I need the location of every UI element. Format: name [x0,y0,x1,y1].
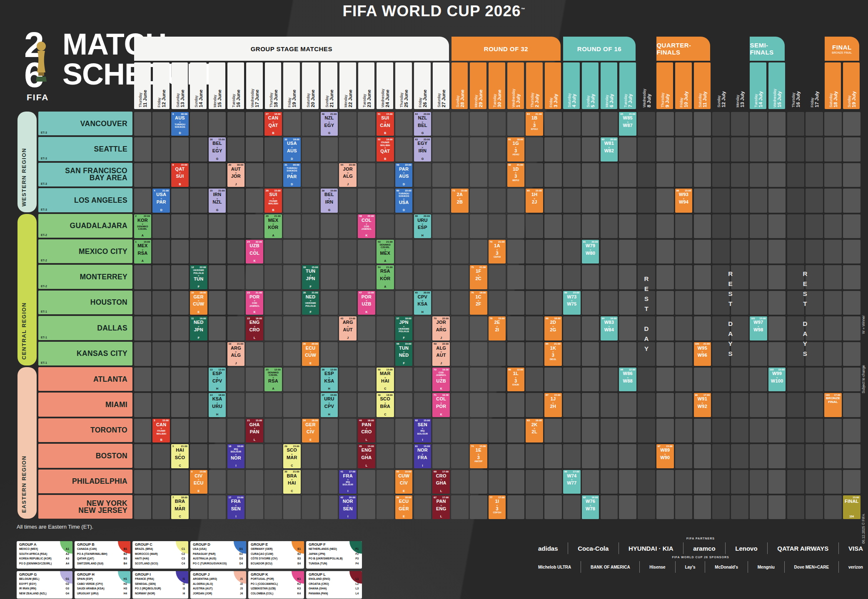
grid-cell [731,265,748,289]
match-time: 21:00 [703,343,710,345]
match-meta: 3812:00 [322,368,337,371]
grid-cell [787,470,805,494]
match-line: ALG [436,346,446,351]
match-line: JPN [194,328,203,333]
grid-cell [638,265,655,289]
date-weekday: Sunday [325,64,329,107]
grid-cell [731,444,748,468]
match-line: JOR [231,174,241,179]
match-28: 2815:00SUIvITA/NIRWAL/BIHB [264,189,282,212]
match-number: 16 [210,138,213,141]
match-time: 16:00 [200,317,206,320]
grid-cell [675,419,693,442]
match-line: v [384,402,386,404]
match-line: W99 [772,371,782,376]
match-group-letter: A [272,387,274,390]
grid-cell [526,444,543,468]
match-group-letter: G [216,209,218,211]
date-header-5-july: Sunday5 July [582,62,599,109]
match-meta: 10115:00 [751,317,766,320]
grid-cell [171,316,189,340]
legend-team-name: SPAIN (ESP) [77,577,93,580]
match-line: v [478,274,479,276]
match-meta: 8915:00 [564,291,579,294]
match-line: 3 [514,379,517,384]
grid-cell [843,240,861,263]
grid-cell [321,265,338,289]
grid-cell [601,189,618,212]
sponsor-logo-mengniu: Mengniu [758,565,775,569]
grid-cell [712,368,730,391]
legend-team-slot: L2 [356,582,359,585]
match-time: 15:00 [666,445,672,447]
grid-cell [395,291,413,315]
match-58: 5815:00TUNvNEDF [395,342,413,366]
match-time: 21:00 [293,470,299,473]
grid-cell [246,368,263,391]
grid-cell [283,495,301,519]
grid-cell [209,316,226,340]
match-85: 8515:001Hv2J [526,189,543,212]
match-time: 00:00 [293,164,299,166]
grid-cell [768,495,786,519]
city-row-new-york-new-jersey: NEW YORKNEW JERSEY [38,495,132,519]
grid-cell [171,189,189,212]
match-line: TUN [194,277,203,282]
match-line: NED [399,353,409,358]
match-number: 5 [172,445,174,447]
legend-group-f: GROUP FNETHERLANDS (NED)F1JAPAN (JPN)F2P… [306,541,362,569]
legend-team-slot: B2 [124,552,127,555]
match-24: 2422:00UZBvCOLK [246,240,263,263]
match-meta: 9017:00 [564,470,579,473]
sponsor-separator [581,561,581,573]
match-time: 18:00 [274,113,281,115]
grid-cell [227,316,245,340]
match-line: SUI [176,174,184,179]
match-line: v [441,325,442,328]
match-number: 17 [229,496,232,499]
sponsor-area: FIFA PARTNERS adidasCoca-ColaHYUNDAI · K… [538,537,863,574]
sponsor-logo-coca-cola: Coca-Cola [578,545,609,552]
match-number: 103 [826,394,830,396]
date-header-12-july: Sunday12 July [713,62,729,109]
match-time: 20:00 [610,138,616,141]
grid-cell [824,214,842,238]
match-time: 15:00 [312,266,318,268]
legend-group-title: GROUP E [251,542,268,547]
grid-cell [302,316,319,340]
grid-cell [209,240,226,263]
grid-cell [302,240,319,263]
match-meta: 8118:00 [509,138,524,141]
grid-cell [712,291,730,315]
match-line: ECU [306,346,316,351]
grid-cell [358,189,375,212]
date-value: 22 June [348,64,353,107]
grid-cell [152,342,170,366]
date-weekday: Friday [679,64,683,107]
match-group-letter: L [440,490,442,492]
grid-cell [264,265,282,289]
match-line: SCO [287,448,297,453]
grid-cell [358,316,375,340]
match-meta: 8621:00 [546,343,561,345]
sponsor-logo-bank-of-america: BANK OF AMERICA [591,565,630,569]
match-line: JAM/NCL [249,305,260,307]
grid-cell [601,495,618,519]
match-line: URU [324,397,334,402]
grid-cell [619,419,636,442]
legend-team-row: IR IRAN (IRN)G3 [19,587,69,590]
grid-cell [526,214,543,238]
match-line: v [422,299,423,302]
city-et-offset: ET-2 [41,234,47,236]
grid-cell [377,316,394,340]
match-line: UZB [436,379,446,384]
match-meta: 8318:00 [527,419,542,422]
legend-team-row: NEW ZEALAND (NZL)G4 [19,592,69,595]
match-number: 79 [490,241,493,243]
match-line: ESP [212,371,222,376]
match-line: EFGIJ [531,128,538,130]
grid-cell [675,137,693,161]
city-et-offset: ET-3 [41,182,47,185]
match-line: KSA [324,379,334,384]
grid-cell [377,470,394,494]
